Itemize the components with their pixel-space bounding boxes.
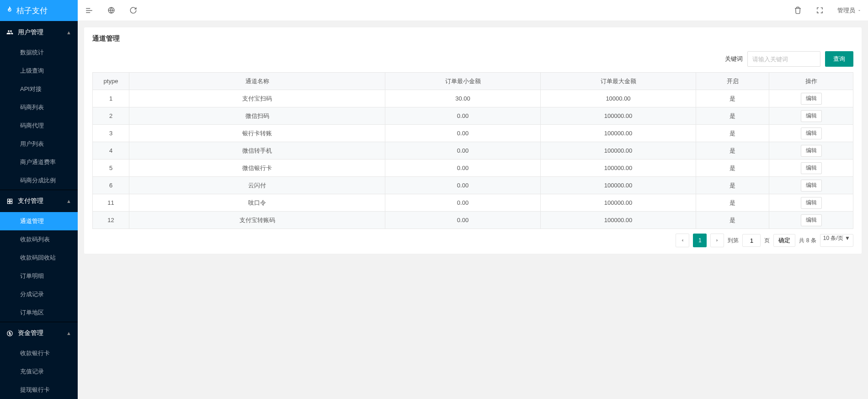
sidebar-item[interactable]: 提现银行卡: [0, 381, 78, 399]
edit-button[interactable]: 编辑: [801, 197, 822, 209]
table-row: 1支付宝扫码30.0010000.00是编辑: [93, 90, 853, 107]
table-row: 11吱口令0.00100000.00是编辑: [93, 194, 853, 212]
goto-label: 到第: [728, 237, 739, 245]
cell-open: 是: [696, 212, 769, 229]
cell-max: 100000.00: [541, 160, 696, 177]
edit-button[interactable]: 编辑: [801, 214, 822, 226]
cell-ptype: 11: [93, 194, 129, 212]
cell-name: 微信银行卡: [129, 160, 385, 177]
sidebar-item[interactable]: 上级查询: [0, 62, 78, 80]
cell-open: 是: [696, 90, 769, 107]
th-action: 操作: [769, 73, 853, 90]
cell-action: 编辑: [769, 160, 853, 177]
cell-open: 是: [696, 107, 769, 125]
chevron-down-icon: [857, 8, 862, 13]
channel-table: ptype 通道名称 订单最小金额 订单最大金额 开启 操作 1支付宝扫码30.…: [92, 72, 853, 229]
cell-action: 编辑: [769, 177, 853, 194]
cell-ptype: 6: [93, 177, 129, 194]
prev-page[interactable]: [676, 234, 689, 247]
sidebar-item[interactable]: 订单地区: [0, 303, 78, 322]
svg-rect-1: [10, 199, 12, 201]
cell-ptype: 5: [93, 160, 129, 177]
cell-min: 0.00: [385, 212, 541, 229]
cell-name: 支付宝扫码: [129, 90, 385, 107]
brand-logo: 桔子支付: [0, 0, 78, 21]
sidebar-item[interactable]: 订单明细: [0, 267, 78, 285]
next-page[interactable]: [710, 234, 724, 247]
menu-toggle-icon[interactable]: [85, 6, 93, 15]
search-row: 关键词 查询: [92, 51, 853, 67]
refresh-icon[interactable]: [129, 6, 137, 15]
cell-max: 100000.00: [541, 107, 696, 125]
cell-max: 100000.00: [541, 142, 696, 160]
sidebar-nav: 用户管理▲数据统计上级查询API对接码商列表码商代理用户列表商户通道费率码商分成…: [0, 21, 78, 399]
edit-button[interactable]: 编辑: [801, 93, 822, 105]
user-dropdown[interactable]: 管理员: [837, 6, 862, 15]
cell-ptype: 12: [93, 212, 129, 229]
cell-min: 0.00: [385, 142, 541, 160]
th-ptype: ptype: [93, 73, 129, 90]
chevron-up-icon: ▲: [66, 198, 71, 204]
edit-button[interactable]: 编辑: [801, 180, 822, 192]
cell-min: 0.00: [385, 194, 541, 212]
cell-ptype: 2: [93, 107, 129, 125]
nav-group-head[interactable]: 用户管理▲: [0, 21, 78, 43]
cell-name: 微信转手机: [129, 142, 385, 160]
cell-max: 10000.00: [541, 90, 696, 107]
sidebar-item[interactable]: 数据统计: [0, 43, 78, 62]
cell-max: 100000.00: [541, 125, 696, 142]
sidebar-item[interactable]: 充值记录: [0, 362, 78, 381]
nav-group-head[interactable]: 支付管理▲: [0, 190, 78, 212]
per-page-select[interactable]: 10 条/页 ▼: [820, 234, 853, 247]
cell-name: 银行卡转账: [129, 125, 385, 142]
sidebar-item[interactable]: 商户通道费率: [0, 153, 78, 171]
goto-input[interactable]: [742, 234, 761, 247]
sidebar: 桔子支付 用户管理▲数据统计上级查询API对接码商列表码商代理用户列表商户通道费…: [0, 0, 78, 399]
cell-action: 编辑: [769, 212, 853, 229]
cell-min: 0.00: [385, 107, 541, 125]
sidebar-item[interactable]: 收款码列表: [0, 230, 78, 249]
cell-ptype: 1: [93, 90, 129, 107]
edit-button[interactable]: 编辑: [801, 128, 822, 139]
nav-group-head[interactable]: 资金管理▲: [0, 322, 78, 344]
edit-button[interactable]: 编辑: [801, 145, 822, 157]
table-row: 12支付宝转账码0.00100000.00是编辑: [93, 212, 853, 229]
keyword-input[interactable]: [747, 51, 820, 67]
pagination: 1 到第 页 确定 共 8 条 10 条/页 ▼: [92, 234, 853, 247]
goto-confirm[interactable]: 确定: [773, 234, 795, 247]
chevron-up-icon: ▲: [66, 330, 71, 336]
fullscreen-icon[interactable]: [815, 6, 824, 15]
globe-icon[interactable]: [107, 6, 115, 15]
th-max: 订单最大金额: [541, 73, 696, 90]
content: 通道管理 关键词 查询 ptype 通道名称 订单最小金额 订单最大金额 开启: [78, 21, 868, 399]
sidebar-item[interactable]: 码商代理: [0, 117, 78, 135]
main-area: 管理员 通道管理 关键词 查询 ptype 通道名称: [78, 0, 868, 399]
table-row: 4微信转手机0.00100000.00是编辑: [93, 142, 853, 160]
cell-open: 是: [696, 142, 769, 160]
edit-button[interactable]: 编辑: [801, 162, 822, 174]
cell-min: 0.00: [385, 160, 541, 177]
sidebar-item[interactable]: 码商分成比例: [0, 171, 78, 190]
th-open: 开启: [696, 73, 769, 90]
sidebar-item[interactable]: 用户列表: [0, 135, 78, 153]
sidebar-item[interactable]: 收款码回收站: [0, 249, 78, 267]
sidebar-item[interactable]: 码商列表: [0, 98, 78, 117]
cell-min: 0.00: [385, 125, 541, 142]
cell-action: 编辑: [769, 90, 853, 107]
th-min: 订单最小金额: [385, 73, 541, 90]
cell-action: 编辑: [769, 107, 853, 125]
search-button[interactable]: 查询: [825, 51, 853, 67]
sidebar-item[interactable]: 收款银行卡: [0, 344, 78, 362]
sidebar-item[interactable]: 分成记录: [0, 285, 78, 303]
brand-text: 桔子支付: [16, 5, 48, 16]
flame-icon: [5, 6, 14, 15]
sidebar-item[interactable]: API对接: [0, 80, 78, 98]
edit-button[interactable]: 编辑: [801, 110, 822, 122]
cell-name: 吱口令: [129, 194, 385, 212]
trash-icon[interactable]: [793, 6, 802, 15]
sidebar-item[interactable]: 通道管理: [0, 212, 78, 230]
table-row: 6云闪付0.00100000.00是编辑: [93, 177, 853, 194]
search-label: 关键词: [725, 55, 743, 63]
cell-max: 100000.00: [541, 194, 696, 212]
page-number[interactable]: 1: [693, 234, 707, 247]
